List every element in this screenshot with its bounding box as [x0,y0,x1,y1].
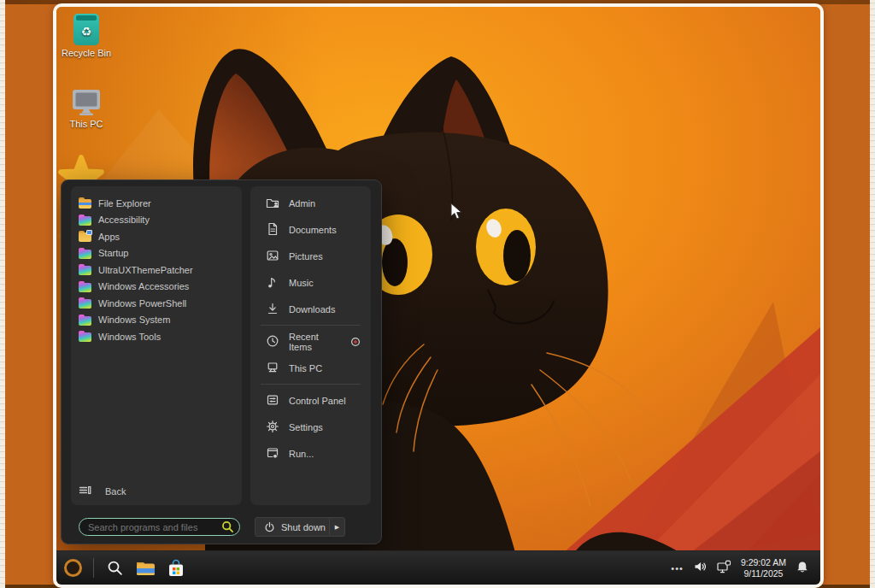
this-pc-icon [71,89,102,116]
taskbar-store-button[interactable] [166,557,186,579]
desktop-icon-this-pc[interactable]: This PC [60,89,113,129]
item-label: Startup [98,248,128,258]
clock-date: 9/11/2025 [741,568,786,579]
arrow-right-icon: ▶ [335,524,339,531]
start-right-item-downloads[interactable]: Downloads [250,296,371,322]
network-button[interactable] [717,560,731,577]
folder-rainbow-icon [79,281,91,292]
folder-rainbow-icon [79,215,91,226]
search-input[interactable] [79,518,240,536]
music-icon [266,275,279,291]
admin-icon [266,196,279,211]
taskbar-left [56,557,197,579]
taskbar-clock[interactable]: 9:29:02 AM 9/11/2025 [741,557,786,579]
shutdown-options-arrow[interactable]: ▶ [329,517,345,537]
folder-apps-icon [79,231,91,242]
start-menu-places-panel: AdminDocumentsPicturesMusicDownloadsRece… [250,186,371,505]
item-label: Apps [98,232,120,242]
recent-icon [266,334,279,350]
start-left-item-windows-powershell[interactable]: Windows PowerShell [71,295,242,312]
taskbar: ••• 9:29:02 AM [56,550,820,585]
shutdown-label: Shut down [281,522,326,532]
taskbar-separator [93,558,94,578]
back-icon [79,484,91,498]
taskbar-file-explorer-button[interactable] [135,557,156,579]
start-right-item-admin[interactable]: Admin [250,190,371,216]
search-icon [107,560,123,576]
start-button[interactable] [64,559,82,577]
volume-button[interactable] [693,560,708,577]
desktop-icon-label: Recycle Bin [60,48,113,58]
item-label: Pictures [289,251,323,262]
item-label: File Explorer [98,198,151,209]
item-label: Control Panel [289,396,346,406]
item-label: Windows Tools [98,332,161,342]
clock-time: 9:29:02 AM [741,557,786,568]
start-right-item-pictures[interactable]: Pictures [250,243,371,269]
documents-icon [266,222,279,238]
start-left-item-ultrauxthemepatcher[interactable]: UltraUXThemePatcher [71,262,242,279]
item-label: Music [289,278,314,288]
start-menu: File ExplorerAccessibilityAppsStartupUlt… [61,179,382,544]
start-left-item-startup[interactable]: Startup [71,245,242,262]
start-left-item-windows-system[interactable]: Windows System [71,312,242,329]
record-dot-icon[interactable] [350,337,361,347]
desktop-icon-label: This PC [60,119,113,129]
virtual-screen: ♻ Recycle Bin This PC File ExplorerAcces… [53,3,824,588]
page-edge-right [870,0,875,588]
speaker-icon [693,560,708,573]
start-right-item-music[interactable]: Music [250,269,371,296]
desktop-icon-recycle-bin[interactable]: ♻ Recycle Bin [60,14,113,58]
thispc-icon [266,361,279,376]
folder-explorer-icon [79,197,91,209]
menu-divider [261,384,361,385]
folder-rainbow-icon [79,248,91,259]
start-left-item-windows-accessories[interactable]: Windows Accessories [71,279,242,296]
control-panel-icon [266,393,279,409]
start-right-item-run[interactable]: Run... [250,440,371,467]
start-right-item-documents[interactable]: Documents [250,216,371,243]
folder-rainbow-icon [79,331,91,342]
page-edge-left [0,0,5,588]
start-right-item-control-panel[interactable]: Control Panel [250,387,371,414]
network-icon [717,560,731,573]
recycle-bin-icon: ♻ [73,14,99,45]
downloads-icon [266,302,279,317]
taskbar-search-button[interactable] [104,557,125,579]
start-left-item-file-explorer[interactable]: File Explorer [71,195,242,212]
start-left-item-accessibility[interactable]: Accessibility [71,212,242,229]
item-label: Recent Items [289,332,341,352]
start-left-item-windows-tools[interactable]: Windows Tools [71,328,242,345]
back-label: Back [105,486,126,497]
folder-rainbow-icon [79,315,91,326]
item-label: Windows PowerShell [98,298,186,309]
item-label: Settings [289,422,323,432]
item-label: Documents [289,225,337,235]
pictures-icon [266,249,279,264]
item-label: Run... [289,449,314,459]
item-label: Windows System [98,315,170,325]
back-button[interactable]: Back [79,484,126,498]
start-menu-programs-panel: File ExplorerAccessibilityAppsStartupUlt… [71,186,242,505]
item-label: UltraUXThemePatcher [98,265,193,275]
item-label: This PC [289,363,322,373]
start-left-item-apps[interactable]: Apps [71,228,242,245]
search-icon [221,520,234,533]
notifications-button[interactable] [796,560,809,577]
item-label: Admin [289,198,315,209]
item-label: Accessibility [98,215,150,225]
hidden-icons-button[interactable]: ••• [671,564,684,573]
start-right-item-settings[interactable]: Settings [250,414,371,440]
power-icon [264,521,275,532]
microsoft-store-icon [167,559,185,578]
file-explorer-icon [136,560,156,576]
start-menu-search [79,518,240,536]
folder-rainbow-icon [79,264,91,275]
shutdown-button[interactable]: Shut down [255,517,335,537]
start-right-item-this-pc[interactable]: This PC [250,355,371,381]
system-tray: ••• 9:29:02 AM [671,557,820,579]
start-right-item-recent-items[interactable]: Recent Items [250,328,371,355]
bell-icon [796,560,809,573]
item-label: Downloads [289,304,335,315]
folder-rainbow-icon [79,297,91,309]
